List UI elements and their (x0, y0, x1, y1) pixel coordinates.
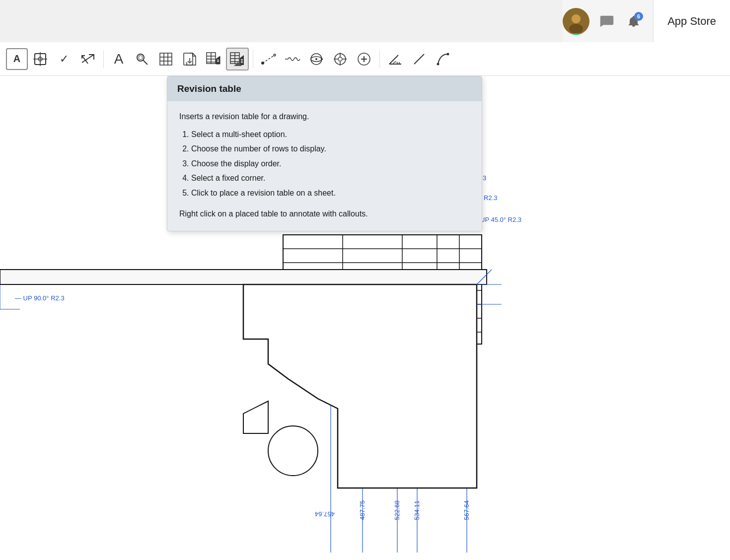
text-button[interactable]: A (108, 48, 130, 70)
target-button[interactable] (329, 48, 352, 70)
svg-rect-13 (160, 53, 172, 65)
dim-534: 534.11 (413, 500, 421, 520)
svg-line-42 (263, 55, 275, 63)
tooltip-step-5: Click to place a revision table on a she… (191, 187, 470, 200)
svg-point-49 (338, 57, 342, 61)
search-button[interactable] (131, 48, 153, 70)
svg-point-47 (321, 58, 323, 60)
wave-line-button[interactable] (281, 48, 304, 70)
divider-1 (103, 50, 104, 68)
import-button[interactable] (178, 48, 201, 70)
chat-icon[interactable] (595, 10, 618, 33)
dim-522: 522.68 (393, 500, 401, 520)
svg-rect-18 (184, 53, 193, 65)
dim-label-up45: UP 45.0° R2.3 (480, 216, 521, 223)
divider-3 (379, 50, 380, 68)
angle-button[interactable] (384, 48, 407, 70)
line-button[interactable] (408, 48, 431, 70)
notifications-bell[interactable]: 6 (622, 10, 645, 33)
text-format-button[interactable]: A (6, 48, 28, 70)
dim-457: 457.64 (315, 510, 335, 518)
plus-circle-button[interactable] (353, 48, 375, 70)
svg-point-62 (437, 63, 439, 65)
svg-point-46 (315, 58, 317, 60)
tooltip-body: Inserts a revision table for a drawing. … (167, 101, 482, 231)
dim-label-up90: — UP 90.0° R2.3 (15, 294, 65, 302)
dim-567: 567.64 (463, 500, 470, 520)
arrows-button[interactable] (76, 48, 99, 70)
svg-point-89 (268, 426, 318, 476)
user-avatar[interactable] (563, 8, 589, 35)
tooltip-step-1: Select a multi-sheet option. (191, 128, 470, 141)
app-store-button[interactable]: App Store (653, 0, 730, 42)
tooltip-step-2: Choose the number of rows to display. (191, 142, 470, 155)
tooltip-step-3: Choose the display order. (191, 157, 470, 170)
center-mark-button[interactable] (29, 48, 52, 70)
svg-point-11 (139, 56, 143, 60)
svg-line-61 (414, 54, 424, 64)
header-bar: 6 App Store (563, 0, 730, 42)
revision-table-button[interactable] (226, 48, 249, 70)
svg-point-10 (137, 54, 144, 61)
tooltip-note: Right click on a placed table to annotat… (179, 208, 470, 220)
dim-label-3: 3 (483, 174, 486, 182)
table-button[interactable] (154, 48, 177, 70)
svg-line-12 (143, 60, 147, 65)
main-toolbar: A ✓ A (0, 42, 730, 76)
svg-rect-88 (0, 270, 487, 284)
revision-table-tooltip: Revision table Inserts a revision table … (167, 76, 482, 231)
svg-point-63 (447, 53, 449, 55)
tooltip-title: Revision table (167, 76, 482, 101)
svg-point-3 (572, 14, 581, 23)
svg-point-2 (569, 24, 583, 34)
notification-count: 6 (634, 12, 643, 21)
divider-2 (253, 50, 253, 68)
dim-487: 487.75 (359, 500, 366, 520)
avatar-image (563, 8, 589, 35)
curve-button[interactable] (432, 48, 454, 70)
svg-marker-35 (240, 55, 244, 65)
tooltip-step-4: Select a fixed corner. (191, 172, 470, 185)
point-line-button[interactable] (257, 48, 280, 70)
check-button[interactable]: ✓ (53, 48, 75, 70)
orbit-button[interactable] (305, 48, 328, 70)
table-graphic-button[interactable] (202, 48, 225, 70)
tooltip-steps: Select a multi-sheet option. Choose the … (179, 128, 470, 200)
tooltip-intro: Inserts a revision table for a drawing. (179, 110, 470, 123)
